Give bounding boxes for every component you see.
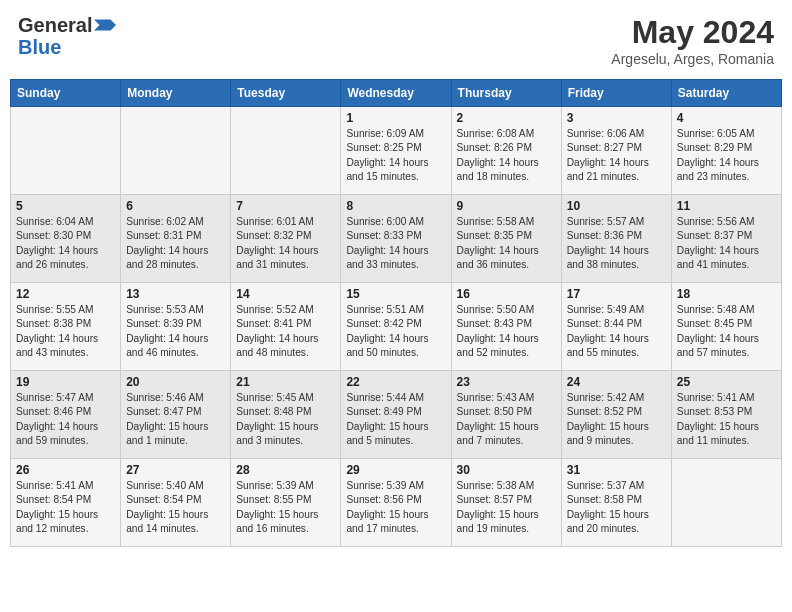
logo-arrow-icon <box>94 14 116 36</box>
day-info: Sunrise: 5:58 AMSunset: 8:35 PMDaylight:… <box>457 215 556 272</box>
day-number: 6 <box>126 199 225 213</box>
calendar-cell: 2Sunrise: 6:08 AMSunset: 8:26 PMDaylight… <box>451 107 561 195</box>
calendar-cell <box>11 107 121 195</box>
calendar-cell: 4Sunrise: 6:05 AMSunset: 8:29 PMDaylight… <box>671 107 781 195</box>
day-number: 30 <box>457 463 556 477</box>
day-info: Sunrise: 5:39 AMSunset: 8:56 PMDaylight:… <box>346 479 445 536</box>
calendar-week-row: 12Sunrise: 5:55 AMSunset: 8:38 PMDayligh… <box>11 283 782 371</box>
calendar-cell: 8Sunrise: 6:00 AMSunset: 8:33 PMDaylight… <box>341 195 451 283</box>
calendar-cell: 30Sunrise: 5:38 AMSunset: 8:57 PMDayligh… <box>451 459 561 547</box>
calendar-cell: 16Sunrise: 5:50 AMSunset: 8:43 PMDayligh… <box>451 283 561 371</box>
calendar-cell: 24Sunrise: 5:42 AMSunset: 8:52 PMDayligh… <box>561 371 671 459</box>
day-number: 2 <box>457 111 556 125</box>
day-info: Sunrise: 5:46 AMSunset: 8:47 PMDaylight:… <box>126 391 225 448</box>
calendar-cell: 1Sunrise: 6:09 AMSunset: 8:25 PMDaylight… <box>341 107 451 195</box>
day-number: 5 <box>16 199 115 213</box>
weekday-header: Friday <box>561 80 671 107</box>
weekday-header-row: SundayMondayTuesdayWednesdayThursdayFrid… <box>11 80 782 107</box>
day-number: 14 <box>236 287 335 301</box>
day-info: Sunrise: 5:57 AMSunset: 8:36 PMDaylight:… <box>567 215 666 272</box>
day-number: 4 <box>677 111 776 125</box>
weekday-header: Thursday <box>451 80 561 107</box>
day-number: 29 <box>346 463 445 477</box>
calendar-cell: 29Sunrise: 5:39 AMSunset: 8:56 PMDayligh… <box>341 459 451 547</box>
logo: General Blue <box>18 14 116 58</box>
day-number: 10 <box>567 199 666 213</box>
calendar-week-row: 26Sunrise: 5:41 AMSunset: 8:54 PMDayligh… <box>11 459 782 547</box>
day-info: Sunrise: 5:55 AMSunset: 8:38 PMDaylight:… <box>16 303 115 360</box>
day-info: Sunrise: 6:09 AMSunset: 8:25 PMDaylight:… <box>346 127 445 184</box>
day-info: Sunrise: 5:38 AMSunset: 8:57 PMDaylight:… <box>457 479 556 536</box>
svg-marker-0 <box>94 20 116 31</box>
day-number: 7 <box>236 199 335 213</box>
calendar-cell: 18Sunrise: 5:48 AMSunset: 8:45 PMDayligh… <box>671 283 781 371</box>
calendar-cell: 9Sunrise: 5:58 AMSunset: 8:35 PMDaylight… <box>451 195 561 283</box>
day-info: Sunrise: 5:43 AMSunset: 8:50 PMDaylight:… <box>457 391 556 448</box>
day-info: Sunrise: 5:44 AMSunset: 8:49 PMDaylight:… <box>346 391 445 448</box>
calendar-cell: 6Sunrise: 6:02 AMSunset: 8:31 PMDaylight… <box>121 195 231 283</box>
calendar-cell <box>121 107 231 195</box>
day-info: Sunrise: 5:42 AMSunset: 8:52 PMDaylight:… <box>567 391 666 448</box>
day-info: Sunrise: 6:05 AMSunset: 8:29 PMDaylight:… <box>677 127 776 184</box>
calendar-cell: 25Sunrise: 5:41 AMSunset: 8:53 PMDayligh… <box>671 371 781 459</box>
day-number: 24 <box>567 375 666 389</box>
weekday-header: Wednesday <box>341 80 451 107</box>
day-info: Sunrise: 6:06 AMSunset: 8:27 PMDaylight:… <box>567 127 666 184</box>
day-info: Sunrise: 5:39 AMSunset: 8:55 PMDaylight:… <box>236 479 335 536</box>
calendar-cell: 20Sunrise: 5:46 AMSunset: 8:47 PMDayligh… <box>121 371 231 459</box>
header: General Blue May 2024 Argeselu, Arges, R… <box>10 10 782 71</box>
day-number: 26 <box>16 463 115 477</box>
day-number: 1 <box>346 111 445 125</box>
calendar-cell: 12Sunrise: 5:55 AMSunset: 8:38 PMDayligh… <box>11 283 121 371</box>
day-number: 15 <box>346 287 445 301</box>
calendar-cell: 23Sunrise: 5:43 AMSunset: 8:50 PMDayligh… <box>451 371 561 459</box>
calendar-week-row: 1Sunrise: 6:09 AMSunset: 8:25 PMDaylight… <box>11 107 782 195</box>
day-info: Sunrise: 5:45 AMSunset: 8:48 PMDaylight:… <box>236 391 335 448</box>
day-number: 21 <box>236 375 335 389</box>
day-number: 28 <box>236 463 335 477</box>
logo-general: General <box>18 14 116 36</box>
day-info: Sunrise: 5:53 AMSunset: 8:39 PMDaylight:… <box>126 303 225 360</box>
day-info: Sunrise: 6:02 AMSunset: 8:31 PMDaylight:… <box>126 215 225 272</box>
weekday-header: Saturday <box>671 80 781 107</box>
calendar-cell: 27Sunrise: 5:40 AMSunset: 8:54 PMDayligh… <box>121 459 231 547</box>
weekday-header: Monday <box>121 80 231 107</box>
calendar-cell: 13Sunrise: 5:53 AMSunset: 8:39 PMDayligh… <box>121 283 231 371</box>
day-number: 27 <box>126 463 225 477</box>
month-year: May 2024 <box>611 14 774 51</box>
day-info: Sunrise: 5:50 AMSunset: 8:43 PMDaylight:… <box>457 303 556 360</box>
day-info: Sunrise: 5:47 AMSunset: 8:46 PMDaylight:… <box>16 391 115 448</box>
calendar-week-row: 19Sunrise: 5:47 AMSunset: 8:46 PMDayligh… <box>11 371 782 459</box>
day-info: Sunrise: 6:08 AMSunset: 8:26 PMDaylight:… <box>457 127 556 184</box>
day-info: Sunrise: 5:41 AMSunset: 8:54 PMDaylight:… <box>16 479 115 536</box>
day-number: 8 <box>346 199 445 213</box>
day-number: 19 <box>16 375 115 389</box>
day-info: Sunrise: 5:40 AMSunset: 8:54 PMDaylight:… <box>126 479 225 536</box>
day-number: 9 <box>457 199 556 213</box>
calendar-cell: 17Sunrise: 5:49 AMSunset: 8:44 PMDayligh… <box>561 283 671 371</box>
day-info: Sunrise: 6:04 AMSunset: 8:30 PMDaylight:… <box>16 215 115 272</box>
day-number: 13 <box>126 287 225 301</box>
calendar-cell: 26Sunrise: 5:41 AMSunset: 8:54 PMDayligh… <box>11 459 121 547</box>
day-info: Sunrise: 5:49 AMSunset: 8:44 PMDaylight:… <box>567 303 666 360</box>
title-block: May 2024 Argeselu, Arges, Romania <box>611 14 774 67</box>
calendar-cell: 31Sunrise: 5:37 AMSunset: 8:58 PMDayligh… <box>561 459 671 547</box>
day-number: 3 <box>567 111 666 125</box>
day-info: Sunrise: 5:37 AMSunset: 8:58 PMDaylight:… <box>567 479 666 536</box>
day-info: Sunrise: 5:41 AMSunset: 8:53 PMDaylight:… <box>677 391 776 448</box>
calendar-cell: 11Sunrise: 5:56 AMSunset: 8:37 PMDayligh… <box>671 195 781 283</box>
day-info: Sunrise: 5:56 AMSunset: 8:37 PMDaylight:… <box>677 215 776 272</box>
calendar-cell: 22Sunrise: 5:44 AMSunset: 8:49 PMDayligh… <box>341 371 451 459</box>
calendar-cell <box>671 459 781 547</box>
day-number: 20 <box>126 375 225 389</box>
day-number: 11 <box>677 199 776 213</box>
weekday-header: Tuesday <box>231 80 341 107</box>
calendar-header: SundayMondayTuesdayWednesdayThursdayFrid… <box>11 80 782 107</box>
day-number: 12 <box>16 287 115 301</box>
calendar-week-row: 5Sunrise: 6:04 AMSunset: 8:30 PMDaylight… <box>11 195 782 283</box>
day-info: Sunrise: 5:48 AMSunset: 8:45 PMDaylight:… <box>677 303 776 360</box>
location: Argeselu, Arges, Romania <box>611 51 774 67</box>
calendar-body: 1Sunrise: 6:09 AMSunset: 8:25 PMDaylight… <box>11 107 782 547</box>
calendar-cell: 14Sunrise: 5:52 AMSunset: 8:41 PMDayligh… <box>231 283 341 371</box>
calendar-table: SundayMondayTuesdayWednesdayThursdayFrid… <box>10 79 782 547</box>
